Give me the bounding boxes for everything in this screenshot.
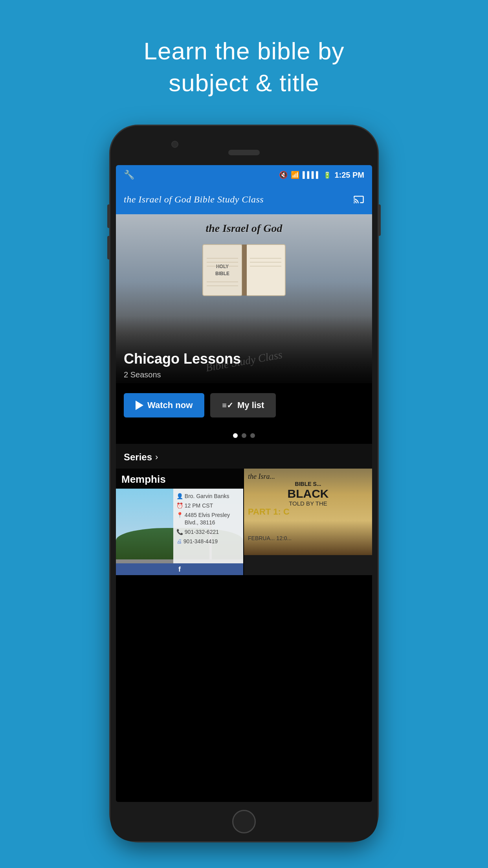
promo-text: Learn the bible by subject & title [0,0,488,99]
series-grid: Memphis [116,469,372,575]
location-icon: 📍 [176,512,183,518]
phone-bottom-bezel [110,802,378,841]
series-label: Series [124,452,152,463]
israel-god-cursive: the Israel of God [205,222,282,235]
svg-rect-2 [242,245,247,296]
presenter-info: 👤 Bro. Garvin Banks [176,493,240,500]
hero-seasons: 2 Seasons [124,370,364,379]
presenter-name: Bro. Garvin Banks [185,493,229,500]
israel-series-card[interactable]: the Isra... BIBLE S... BLACK TOLD BY THE… [244,469,372,575]
hero-section: the Israel of God HOLY BIBLE [116,214,372,383]
series-header[interactable]: Series › [116,444,372,469]
holy-bible-book-icon: HOLY BIBLE [201,237,287,300]
phone-screen: 🔧 🔇 📶 ▌▌▌▌ 🔋 1:25 PM the Israel of God B… [116,165,372,802]
phone-camera [171,141,178,148]
volume-down-button [107,236,110,259]
fax-text: 901-348-4419 [183,538,218,545]
time-display: 1:25 PM [334,171,364,180]
israel-card-image: the Isra... BIBLE S... BLACK TOLD BY THE… [244,469,372,555]
wifi-icon: 📶 [291,171,299,179]
svg-rect-0 [203,245,242,296]
my-list-button[interactable]: ≡✓ My list [210,393,276,417]
phone-outer: 🔧 🔇 📶 ▌▌▌▌ 🔋 1:25 PM the Israel of God B… [110,126,378,841]
power-button [378,204,381,236]
dot-2 [242,433,246,438]
wrench-icon: 🔧 [124,170,134,180]
promo-line2: subject & title [0,67,488,99]
black-label: BLACK [288,487,329,500]
app-title: the Israel of God Bible Study Class [124,194,264,205]
time-text: 12 PM CST [185,502,213,509]
clock-icon: ⏰ [176,502,183,509]
volume-up-button [107,204,110,228]
bible-study-label: BIBLE S... [248,481,368,487]
date-label: FEBRUA... 12:0... [248,535,372,541]
hero-info: Chicago Lessons 2 Seasons [124,351,364,379]
israel-card-cursive: the Isra... [248,473,368,481]
memphis-card-title: Memphis [116,469,243,489]
dot-1 [233,433,238,438]
svg-rect-1 [246,245,285,296]
fax-info: 🖨 901-348-4419 [176,538,240,545]
mute-icon: 🔇 [279,171,288,179]
fax-icon: 🖨 [176,538,182,544]
phone-container: 🔧 🔇 📶 ▌▌▌▌ 🔋 1:25 PM the Israel of God B… [110,126,378,841]
list-icon: ≡✓ [222,401,233,410]
card-info-overlay: 👤 Bro. Garvin Banks ⏰ 12 PM CST 📍 [173,489,243,575]
told-by-label: TOLD BY THE [289,500,327,507]
watch-now-label: Watch now [147,400,193,410]
israel-card-bg: the Isra... BIBLE S... BLACK TOLD BY THE… [244,469,372,555]
memphis-series-card[interactable]: Memphis [116,469,244,575]
address-text: 4485 Elvis Presley Blvd., 38116 [185,511,240,526]
battery-icon: 🔋 [323,171,331,179]
person-icon: 👤 [176,493,183,499]
hero-illustration: the Israel of God HOLY BIBLE [116,214,372,333]
signal-icon: ▌▌▌▌ [303,171,320,178]
dots-indicator [116,427,372,444]
home-button[interactable] [232,810,256,833]
dot-3 [250,433,255,438]
memphis-card-image: 👤 Bro. Garvin Banks ⏰ 12 PM CST 📍 [116,489,243,575]
part1-label: PART 1: C [248,507,368,517]
facebook-bar[interactable]: f [116,563,243,575]
cast-icon[interactable] [353,193,364,206]
hero-actions: Watch now ≡✓ My list [116,383,372,427]
play-icon [136,401,143,410]
phone-text: 901-332-6221 [185,528,219,535]
series-arrow-icon: › [155,452,158,462]
promo-line1: Learn the bible by [0,35,488,67]
series-section: Series › Memphis [116,444,372,575]
time-info: ⏰ 12 PM CST [176,502,240,509]
status-icons: 🔇 📶 ▌▌▌▌ 🔋 1:25 PM [279,171,364,180]
phone-top-bezel [110,126,378,169]
app-toolbar: the Israel of God Bible Study Class [116,185,372,214]
svg-text:HOLY: HOLY [216,264,229,269]
my-list-label: My list [237,400,264,410]
phone-info: 📞 901-332-6221 [176,528,240,535]
background: Learn the bible by subject & title 🔧 🔇 [0,0,488,868]
israel-card-content: the Isra... BIBLE S... BLACK TOLD BY THE… [244,469,372,555]
phone-speaker [228,150,260,155]
hero-series-title: Chicago Lessons [124,351,364,367]
address-info: 📍 4485 Elvis Presley Blvd., 38116 [176,511,240,526]
facebook-icon: f [178,565,181,574]
watch-now-button[interactable]: Watch now [124,393,204,417]
svg-text:BIBLE: BIBLE [215,271,229,276]
phone-icon: 📞 [176,529,183,535]
